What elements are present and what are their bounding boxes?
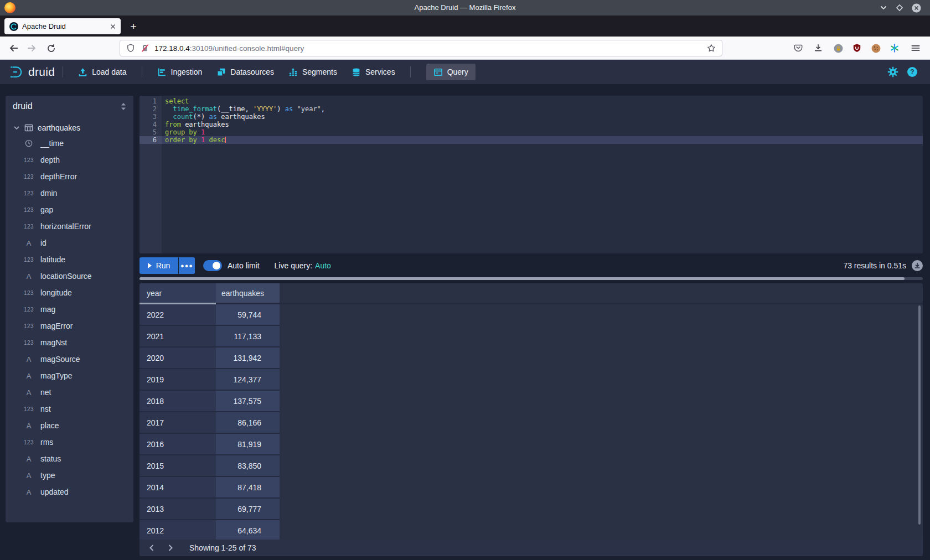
cell-earthquakes[interactable]: 117,133 (216, 326, 280, 348)
sidebar-column-magSource[interactable]: AmagSource (6, 351, 133, 367)
cell-earthquakes[interactable]: 69,777 (216, 499, 280, 520)
sql-editor[interactable]: 123456 select time_format(__time, 'YYYY'… (140, 96, 923, 253)
cell-year[interactable]: 2015 (140, 455, 216, 477)
cell-year[interactable]: 2014 (140, 477, 216, 499)
nav-datasources[interactable]: Datasources (209, 60, 281, 84)
sidebar-column-locationSource[interactable]: AlocationSource (6, 268, 133, 284)
sidebar-column-gap[interactable]: 123gap (6, 201, 133, 218)
cell-earthquakes[interactable]: 137,575 (216, 391, 280, 412)
column-header-earthquakes[interactable]: earthquakes (216, 283, 280, 304)
cell-earthquakes[interactable]: 124,377 (216, 369, 280, 391)
run-button[interactable]: Run (140, 257, 178, 274)
downloads-icon[interactable] (812, 42, 825, 55)
cell-year[interactable]: 2019 (140, 369, 216, 391)
run-options-button[interactable]: ●●● (179, 257, 195, 274)
cell-year[interactable]: 2018 (140, 391, 216, 412)
sidebar-column-net[interactable]: Anet (6, 384, 133, 401)
cell-earthquakes[interactable]: 131,942 (216, 348, 280, 369)
nav-segments[interactable]: Segments (281, 60, 344, 84)
tracking-shield-icon[interactable] (126, 43, 136, 53)
cell-year[interactable]: 2013 (140, 499, 216, 520)
sidebar-column-id[interactable]: Aid (6, 235, 133, 251)
code-line-4[interactable]: from earthquakes (162, 121, 923, 128)
sidebar-column-magNst[interactable]: 123magNst (6, 334, 133, 351)
double-caret-icon[interactable] (121, 102, 126, 111)
window-maximize-icon[interactable] (896, 4, 903, 12)
extension-ublock-icon[interactable] (850, 42, 864, 55)
sidebar-column-depthError[interactable]: 123depthError (6, 168, 133, 185)
nav-services[interactable]: Services (344, 60, 402, 84)
extension-pinwheel-icon[interactable] (888, 42, 901, 55)
code-line-2[interactable]: time_format(__time, 'YYYY') as "year", (162, 105, 923, 113)
sidebar-column-dmin[interactable]: 123dmin (6, 185, 133, 201)
pocket-icon[interactable] (792, 42, 805, 55)
cell-year[interactable]: 2012 (140, 520, 216, 542)
code-line-5[interactable]: group by 1 (162, 128, 923, 136)
forward-button[interactable] (25, 42, 39, 55)
cell-year[interactable]: 2016 (140, 434, 216, 455)
cell-year[interactable]: 2021 (140, 326, 216, 348)
horizontal-scrollbar[interactable] (140, 277, 923, 280)
browser-tab[interactable]: Apache Druid (4, 18, 121, 34)
sidebar-column-magType[interactable]: AmagType (6, 367, 133, 384)
cell-year[interactable]: 2020 (140, 348, 216, 369)
cell-year[interactable]: 2022 (140, 304, 216, 326)
window-minimize-icon[interactable] (880, 4, 887, 12)
sidebar-column-depth[interactable]: 123depth (6, 152, 133, 168)
reload-button[interactable] (44, 42, 58, 55)
sidebar-column-latitude[interactable]: 123latitude (6, 251, 133, 268)
sidebar-column-horizontalError[interactable]: 123horizontalError (6, 218, 133, 235)
auto-limit-toggle[interactable] (203, 260, 222, 271)
back-button[interactable] (7, 42, 20, 55)
extension-privacy-icon[interactable] (831, 42, 845, 55)
menu-hamburger-icon[interactable] (909, 42, 922, 55)
code-line-6[interactable]: order by 1 desc (162, 136, 923, 144)
cell-earthquakes[interactable]: 86,166 (216, 412, 280, 434)
column-header-year[interactable]: year (140, 283, 216, 304)
cell-year[interactable]: 2017 (140, 412, 216, 434)
cell-earthquakes[interactable]: 83,850 (216, 455, 280, 477)
sidebar-column-magError[interactable]: 123magError (6, 318, 133, 334)
next-page-icon[interactable] (166, 543, 175, 552)
window-close-icon[interactable] (912, 3, 921, 13)
cell-earthquakes[interactable]: 59,744 (216, 304, 280, 326)
chevron-down-icon[interactable] (13, 125, 20, 131)
settings-gear-icon[interactable] (887, 66, 898, 77)
code-line-1[interactable]: select (162, 97, 923, 105)
url-bar[interactable]: 172.18.0.4:30109/unified-console.html#qu… (120, 40, 722, 56)
cell-earthquakes[interactable]: 81,919 (216, 434, 280, 455)
tab-close-icon[interactable] (110, 24, 116, 29)
nav-ingestion[interactable]: Ingestion (150, 60, 210, 84)
live-query-value[interactable]: Auto (315, 261, 331, 270)
sidebar-column-nst[interactable]: 123nst (6, 401, 133, 417)
schema-name: druid (13, 101, 121, 111)
sidebar-column-__time[interactable]: __time (6, 135, 133, 152)
sidebar-column-status[interactable]: Astatus (6, 450, 133, 467)
sidebar-column-longitude[interactable]: 123longitude (6, 284, 133, 301)
editor-code[interactable]: select time_format(__time, 'YYYY') as "y… (162, 97, 923, 144)
bookmark-star-icon[interactable] (706, 43, 716, 53)
new-tab-button[interactable]: + (126, 19, 141, 34)
cell-earthquakes[interactable]: 87,418 (216, 477, 280, 499)
table-earthquakes[interactable]: earthquakes (6, 120, 133, 136)
extension-cookie-icon[interactable] (869, 42, 882, 55)
help-icon[interactable]: ? (907, 66, 918, 77)
insecure-lock-icon[interactable] (140, 43, 150, 53)
nav-load-data[interactable]: Load data (71, 60, 133, 84)
sidebar-column-updated[interactable]: Aupdated (6, 484, 133, 500)
url-text[interactable]: 172.18.0.4:30109/unified-console.html#qu… (154, 44, 702, 53)
sidebar-column-place[interactable]: Aplace (6, 417, 133, 434)
vertical-scrollbar[interactable] (918, 305, 921, 525)
schema-selector[interactable]: druid (6, 96, 133, 117)
previous-page-icon[interactable] (147, 543, 156, 552)
druid-brand[interactable]: druid (9, 64, 55, 80)
download-results-icon[interactable] (912, 260, 923, 271)
code-line-3[interactable]: count(*) as earthquakes (162, 113, 923, 121)
sidebar-column-type[interactable]: Atype (6, 467, 133, 484)
row-filler (280, 348, 923, 369)
horizontal-scrollbar-thumb[interactable] (140, 277, 905, 280)
sidebar-column-rms[interactable]: 123rms (6, 434, 133, 450)
sidebar-column-mag[interactable]: 123mag (6, 301, 133, 318)
cell-earthquakes[interactable]: 64,634 (216, 520, 280, 542)
nav-query[interactable]: Query (426, 64, 476, 80)
